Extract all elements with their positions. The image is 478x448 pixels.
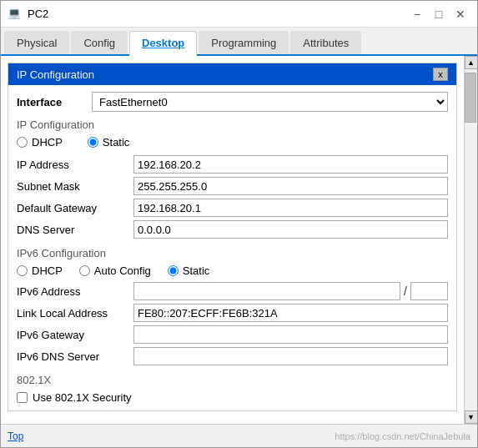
- ipv6-dns-label: IPv6 DNS Server: [17, 350, 125, 363]
- ipv6-radio-row: DHCP Auto Config Static: [17, 264, 448, 277]
- main-window: 💻 PC2 − □ ✕ Physical Config Desktop Prog…: [0, 0, 478, 448]
- content-area: IP Configuration x Interface FastEtherne…: [1, 56, 477, 424]
- scroll-up-button[interactable]: ▲: [465, 56, 478, 69]
- ipv6-auto-option[interactable]: Auto Config: [79, 264, 151, 277]
- static-radio[interactable]: [88, 137, 98, 148]
- static-label: Static: [103, 136, 130, 148]
- ip-config-title: IP Configuration: [17, 68, 94, 81]
- interface-select[interactable]: FastEthernet0: [92, 92, 448, 112]
- ipv6-dhcp-option[interactable]: DHCP: [17, 264, 63, 277]
- ipv6-address-input[interactable]: [133, 282, 400, 300]
- link-local-label: Link Local Address: [17, 307, 125, 320]
- scroll-down-button[interactable]: ▼: [465, 410, 478, 424]
- dhcp-radio[interactable]: [17, 137, 28, 148]
- app-icon: 💻: [8, 7, 23, 22]
- ipv6-section-label: IPv6 Configuration: [17, 247, 448, 259]
- close-button[interactable]: ✕: [450, 7, 470, 22]
- ipv6-prefix-input[interactable]: [410, 282, 448, 300]
- ip-address-input[interactable]: [133, 155, 448, 174]
- title-bar: 💻 PC2 − □ ✕: [1, 1, 477, 28]
- ipv6-addr-inputs: /: [133, 282, 448, 300]
- ip-config-close-button[interactable]: x: [433, 68, 448, 81]
- ipv6-gateway-input[interactable]: [133, 325, 448, 344]
- dhcp-option[interactable]: DHCP: [17, 136, 63, 148]
- ipv6-static-label: Static: [183, 264, 210, 277]
- 8021x-section: 802.1X Use 802.1X Security: [17, 374, 448, 404]
- ip-config-panel: IP Configuration x Interface FastEtherne…: [8, 63, 457, 411]
- tab-physical[interactable]: Physical: [4, 31, 69, 54]
- tab-config[interactable]: Config: [71, 31, 128, 54]
- tabs-bar: Physical Config Desktop Programming Attr…: [1, 28, 477, 56]
- ip-address-label: IP Address: [17, 159, 125, 171]
- title-bar-left: 💻 PC2: [8, 7, 48, 22]
- interface-row: Interface FastEthernet0: [17, 92, 448, 112]
- tab-desktop[interactable]: Desktop: [129, 31, 197, 56]
- ipv6-section: IPv6 Configuration DHCP Auto Config: [17, 247, 448, 365]
- ip-config-body: Interface FastEthernet0 IP Configuration…: [8, 85, 456, 410]
- interface-label: Interface: [17, 96, 83, 108]
- ipv6-auto-label: Auto Config: [94, 264, 151, 277]
- 8021x-checkbox-row: Use 802.1X Security: [17, 391, 448, 404]
- ipv6-gateway-label: IPv6 Gateway: [17, 329, 125, 341]
- use-8021x-checkbox[interactable]: [17, 392, 28, 403]
- ipv6-dhcp-radio[interactable]: [17, 265, 28, 276]
- default-gateway-label: Default Gateway: [17, 202, 125, 214]
- default-gateway-field: Default Gateway: [17, 199, 448, 217]
- ip-radio-row: DHCP Static: [17, 136, 448, 148]
- scroll-track: [465, 69, 477, 410]
- bottom-bar: Top https://blog.csdn.net/ChinaJebula: [1, 424, 477, 447]
- ipv6-auto-radio[interactable]: [79, 265, 90, 276]
- ipv6-slash: /: [404, 284, 407, 298]
- top-link[interactable]: Top: [8, 430, 23, 442]
- static-option[interactable]: Static: [88, 136, 130, 148]
- ipv6-address-label: IPv6 Address: [17, 285, 125, 298]
- ipv6-gateway-field: IPv6 Gateway: [17, 325, 448, 344]
- subnet-mask-input[interactable]: [133, 177, 448, 195]
- dns-server-field: DNS Server: [17, 220, 448, 239]
- default-gateway-input[interactable]: [133, 199, 448, 217]
- window-title: PC2: [28, 8, 48, 20]
- ipv6-dns-input[interactable]: [133, 347, 448, 365]
- 8021x-section-label: 802.1X: [17, 374, 448, 386]
- ip-config-header: IP Configuration x: [8, 63, 456, 85]
- scrollbar: ▲ ▼: [464, 56, 477, 424]
- use-8021x-label: Use 802.1X Security: [33, 391, 132, 404]
- ipv6-static-radio[interactable]: [168, 265, 179, 276]
- main-content: IP Configuration x Interface FastEtherne…: [1, 56, 464, 424]
- minimize-button[interactable]: −: [407, 7, 427, 22]
- link-local-field: Link Local Address: [17, 304, 448, 322]
- tab-programming[interactable]: Programming: [199, 31, 289, 54]
- watermark-text: https://blog.csdn.net/ChinaJebula: [335, 431, 470, 441]
- link-local-input[interactable]: [133, 304, 448, 322]
- scroll-thumb[interactable]: [465, 73, 476, 123]
- subnet-mask-label: Subnet Mask: [17, 180, 125, 193]
- ipv6-dns-field: IPv6 DNS Server: [17, 347, 448, 365]
- ipv6-static-option[interactable]: Static: [168, 264, 210, 277]
- ipv6-address-field: IPv6 Address /: [17, 282, 448, 300]
- window-controls: − □ ✕: [407, 7, 470, 22]
- ipv6-dhcp-label: DHCP: [32, 264, 63, 277]
- tab-attributes[interactable]: Attributes: [290, 31, 361, 54]
- subnet-mask-field: Subnet Mask: [17, 177, 448, 195]
- dns-server-input[interactable]: [133, 220, 448, 239]
- maximize-button[interactable]: □: [429, 7, 449, 22]
- dhcp-label: DHCP: [32, 136, 63, 148]
- dns-server-label: DNS Server: [17, 224, 125, 236]
- ip-section-label: IP Configuration: [17, 118, 448, 131]
- ip-address-field: IP Address: [17, 155, 448, 174]
